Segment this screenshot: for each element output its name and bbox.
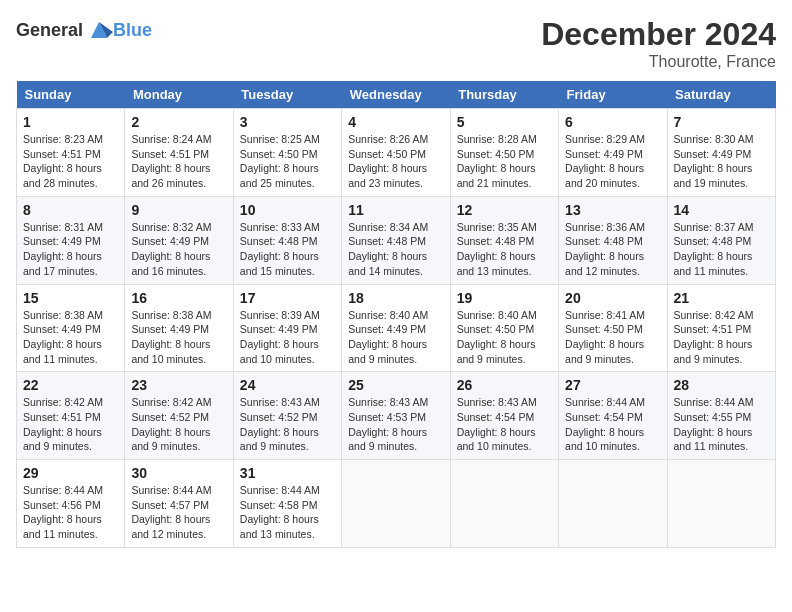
day-number: 22 — [23, 377, 118, 393]
col-wednesday: Wednesday — [342, 81, 450, 109]
table-row: 13 Sunrise: 8:36 AMSunset: 4:48 PMDaylig… — [559, 196, 667, 284]
table-row: 27 Sunrise: 8:44 AMSunset: 4:54 PMDaylig… — [559, 372, 667, 460]
day-info: Sunrise: 8:41 AMSunset: 4:50 PMDaylight:… — [565, 309, 645, 365]
col-thursday: Thursday — [450, 81, 558, 109]
table-row: 3 Sunrise: 8:25 AMSunset: 4:50 PMDayligh… — [233, 109, 341, 197]
day-number: 7 — [674, 114, 769, 130]
calendar-row: 29 Sunrise: 8:44 AMSunset: 4:56 PMDaylig… — [17, 460, 776, 548]
logo-general: General — [16, 20, 83, 41]
day-number: 30 — [131, 465, 226, 481]
day-info: Sunrise: 8:40 AMSunset: 4:50 PMDaylight:… — [457, 309, 537, 365]
table-row — [667, 460, 775, 548]
title-block: December 2024 Thourotte, France — [541, 16, 776, 71]
logo-blue: Blue — [113, 20, 152, 41]
day-info: Sunrise: 8:34 AMSunset: 4:48 PMDaylight:… — [348, 221, 428, 277]
table-row: 31 Sunrise: 8:44 AMSunset: 4:58 PMDaylig… — [233, 460, 341, 548]
day-number: 14 — [674, 202, 769, 218]
day-info: Sunrise: 8:25 AMSunset: 4:50 PMDaylight:… — [240, 133, 320, 189]
day-info: Sunrise: 8:42 AMSunset: 4:52 PMDaylight:… — [131, 396, 211, 452]
day-number: 2 — [131, 114, 226, 130]
calendar-table: Sunday Monday Tuesday Wednesday Thursday… — [16, 81, 776, 548]
table-row: 25 Sunrise: 8:43 AMSunset: 4:53 PMDaylig… — [342, 372, 450, 460]
day-number: 27 — [565, 377, 660, 393]
day-info: Sunrise: 8:39 AMSunset: 4:49 PMDaylight:… — [240, 309, 320, 365]
logo-icon — [85, 16, 113, 44]
day-number: 1 — [23, 114, 118, 130]
day-info: Sunrise: 8:29 AMSunset: 4:49 PMDaylight:… — [565, 133, 645, 189]
calendar-row: 22 Sunrise: 8:42 AMSunset: 4:51 PMDaylig… — [17, 372, 776, 460]
day-info: Sunrise: 8:44 AMSunset: 4:55 PMDaylight:… — [674, 396, 754, 452]
calendar-header-row: Sunday Monday Tuesday Wednesday Thursday… — [17, 81, 776, 109]
table-row — [559, 460, 667, 548]
day-number: 21 — [674, 290, 769, 306]
day-info: Sunrise: 8:32 AMSunset: 4:49 PMDaylight:… — [131, 221, 211, 277]
table-row: 22 Sunrise: 8:42 AMSunset: 4:51 PMDaylig… — [17, 372, 125, 460]
day-info: Sunrise: 8:44 AMSunset: 4:56 PMDaylight:… — [23, 484, 103, 540]
day-number: 29 — [23, 465, 118, 481]
table-row: 12 Sunrise: 8:35 AMSunset: 4:48 PMDaylig… — [450, 196, 558, 284]
day-number: 17 — [240, 290, 335, 306]
day-number: 20 — [565, 290, 660, 306]
day-number: 11 — [348, 202, 443, 218]
table-row: 30 Sunrise: 8:44 AMSunset: 4:57 PMDaylig… — [125, 460, 233, 548]
table-row: 26 Sunrise: 8:43 AMSunset: 4:54 PMDaylig… — [450, 372, 558, 460]
table-row: 9 Sunrise: 8:32 AMSunset: 4:49 PMDayligh… — [125, 196, 233, 284]
day-info: Sunrise: 8:38 AMSunset: 4:49 PMDaylight:… — [131, 309, 211, 365]
day-number: 8 — [23, 202, 118, 218]
table-row: 7 Sunrise: 8:30 AMSunset: 4:49 PMDayligh… — [667, 109, 775, 197]
location-title: Thourotte, France — [541, 53, 776, 71]
table-row: 28 Sunrise: 8:44 AMSunset: 4:55 PMDaylig… — [667, 372, 775, 460]
day-info: Sunrise: 8:23 AMSunset: 4:51 PMDaylight:… — [23, 133, 103, 189]
day-number: 28 — [674, 377, 769, 393]
page-header: General Blue December 2024 Thourotte, Fr… — [16, 16, 776, 71]
table-row: 15 Sunrise: 8:38 AMSunset: 4:49 PMDaylig… — [17, 284, 125, 372]
day-info: Sunrise: 8:36 AMSunset: 4:48 PMDaylight:… — [565, 221, 645, 277]
day-info: Sunrise: 8:40 AMSunset: 4:49 PMDaylight:… — [348, 309, 428, 365]
table-row — [450, 460, 558, 548]
day-number: 6 — [565, 114, 660, 130]
day-info: Sunrise: 8:26 AMSunset: 4:50 PMDaylight:… — [348, 133, 428, 189]
day-info: Sunrise: 8:43 AMSunset: 4:53 PMDaylight:… — [348, 396, 428, 452]
calendar-row: 15 Sunrise: 8:38 AMSunset: 4:49 PMDaylig… — [17, 284, 776, 372]
day-number: 18 — [348, 290, 443, 306]
table-row: 11 Sunrise: 8:34 AMSunset: 4:48 PMDaylig… — [342, 196, 450, 284]
day-info: Sunrise: 8:44 AMSunset: 4:58 PMDaylight:… — [240, 484, 320, 540]
day-info: Sunrise: 8:33 AMSunset: 4:48 PMDaylight:… — [240, 221, 320, 277]
day-info: Sunrise: 8:38 AMSunset: 4:49 PMDaylight:… — [23, 309, 103, 365]
table-row: 24 Sunrise: 8:43 AMSunset: 4:52 PMDaylig… — [233, 372, 341, 460]
col-monday: Monday — [125, 81, 233, 109]
day-number: 23 — [131, 377, 226, 393]
day-number: 19 — [457, 290, 552, 306]
day-number: 31 — [240, 465, 335, 481]
table-row: 29 Sunrise: 8:44 AMSunset: 4:56 PMDaylig… — [17, 460, 125, 548]
day-number: 10 — [240, 202, 335, 218]
day-number: 16 — [131, 290, 226, 306]
table-row: 19 Sunrise: 8:40 AMSunset: 4:50 PMDaylig… — [450, 284, 558, 372]
table-row: 6 Sunrise: 8:29 AMSunset: 4:49 PMDayligh… — [559, 109, 667, 197]
col-saturday: Saturday — [667, 81, 775, 109]
col-tuesday: Tuesday — [233, 81, 341, 109]
day-info: Sunrise: 8:24 AMSunset: 4:51 PMDaylight:… — [131, 133, 211, 189]
day-number: 26 — [457, 377, 552, 393]
day-info: Sunrise: 8:35 AMSunset: 4:48 PMDaylight:… — [457, 221, 537, 277]
table-row: 4 Sunrise: 8:26 AMSunset: 4:50 PMDayligh… — [342, 109, 450, 197]
table-row: 18 Sunrise: 8:40 AMSunset: 4:49 PMDaylig… — [342, 284, 450, 372]
day-number: 24 — [240, 377, 335, 393]
table-row: 21 Sunrise: 8:42 AMSunset: 4:51 PMDaylig… — [667, 284, 775, 372]
day-info: Sunrise: 8:43 AMSunset: 4:54 PMDaylight:… — [457, 396, 537, 452]
table-row: 10 Sunrise: 8:33 AMSunset: 4:48 PMDaylig… — [233, 196, 341, 284]
calendar-row: 1 Sunrise: 8:23 AMSunset: 4:51 PMDayligh… — [17, 109, 776, 197]
table-row: 14 Sunrise: 8:37 AMSunset: 4:48 PMDaylig… — [667, 196, 775, 284]
col-sunday: Sunday — [17, 81, 125, 109]
table-row: 2 Sunrise: 8:24 AMSunset: 4:51 PMDayligh… — [125, 109, 233, 197]
calendar-row: 8 Sunrise: 8:31 AMSunset: 4:49 PMDayligh… — [17, 196, 776, 284]
day-info: Sunrise: 8:42 AMSunset: 4:51 PMDaylight:… — [674, 309, 754, 365]
day-info: Sunrise: 8:42 AMSunset: 4:51 PMDaylight:… — [23, 396, 103, 452]
month-title: December 2024 — [541, 16, 776, 53]
day-number: 13 — [565, 202, 660, 218]
day-info: Sunrise: 8:44 AMSunset: 4:57 PMDaylight:… — [131, 484, 211, 540]
day-info: Sunrise: 8:28 AMSunset: 4:50 PMDaylight:… — [457, 133, 537, 189]
day-info: Sunrise: 8:31 AMSunset: 4:49 PMDaylight:… — [23, 221, 103, 277]
table-row — [342, 460, 450, 548]
day-number: 12 — [457, 202, 552, 218]
